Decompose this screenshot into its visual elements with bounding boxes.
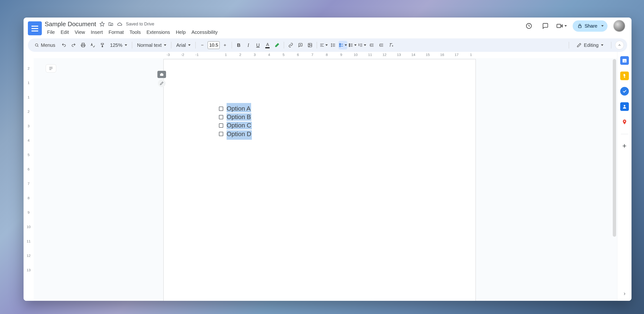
insert-image-button[interactable] <box>306 41 314 49</box>
move-icon[interactable] <box>108 21 114 27</box>
briefcase-icon[interactable] <box>158 71 166 78</box>
checklist-text[interactable]: Option C <box>226 122 252 129</box>
insert-link-button[interactable] <box>286 41 295 49</box>
pen-icon[interactable] <box>158 79 166 87</box>
svg-point-2 <box>35 44 38 46</box>
ruler-tick: 5 <box>28 153 30 167</box>
comments-icon[interactable] <box>540 21 550 31</box>
print-button[interactable] <box>79 41 88 49</box>
collapse-toolbar-button[interactable] <box>615 41 624 49</box>
menu-accessibility[interactable]: Accessibility <box>189 28 220 36</box>
ruler-tick: 2 <box>28 109 30 124</box>
menu-tools[interactable]: Tools <box>127 28 143 36</box>
ruler-tick: 1 <box>225 52 227 57</box>
horizontal-ruler[interactable]: -3 -2 -1 1 2 3 4 5 6 7 8 9 10 11 12 13 1… <box>34 52 617 58</box>
underline-button[interactable]: U <box>254 41 262 49</box>
menu-file[interactable]: File <box>45 28 57 36</box>
search-menus-button[interactable]: Menus <box>31 41 59 49</box>
undo-button[interactable] <box>60 41 68 49</box>
tasks-app-icon[interactable] <box>620 87 629 95</box>
ruler-tick: 4 <box>28 138 30 153</box>
paint-format-button[interactable] <box>98 41 107 49</box>
highlight-color-button[interactable] <box>273 41 282 49</box>
svg-point-9 <box>349 43 350 44</box>
star-icon[interactable] <box>100 21 105 27</box>
title-bar: Sample Document Saved to Drive File Edit… <box>24 17 632 36</box>
spellcheck-button[interactable] <box>88 41 97 49</box>
svg-point-18 <box>624 105 625 107</box>
contacts-app-icon[interactable] <box>620 102 629 111</box>
menu-bar: File Edit View Insert Format Tools Exten… <box>45 28 521 36</box>
checkbox-icon[interactable] <box>219 123 223 128</box>
ruler-tick: 2 <box>239 52 241 57</box>
ruler-tick: 12 <box>382 52 387 57</box>
text-color-button[interactable]: A <box>263 41 272 49</box>
align-button[interactable] <box>319 41 328 49</box>
menu-insert[interactable]: Insert <box>88 28 105 36</box>
editing-mode-button[interactable]: Editing <box>573 40 607 50</box>
add-app-button[interactable]: + <box>622 142 627 150</box>
checklist-text[interactable]: Option A <box>226 103 251 112</box>
ruler-tick: 5 <box>282 52 284 57</box>
decrease-font-size-button[interactable] <box>198 41 207 49</box>
share-button[interactable]: Share <box>573 20 608 32</box>
menu-edit[interactable]: Edit <box>58 28 71 36</box>
increase-font-size-button[interactable] <box>220 41 229 49</box>
decrease-indent-button[interactable] <box>368 41 376 49</box>
checklist-item[interactable]: Option C <box>219 122 252 129</box>
editing-mode-label: Editing <box>584 42 598 48</box>
svg-text:31: 31 <box>624 60 626 62</box>
document-title[interactable]: Sample Document <box>45 20 96 28</box>
app-window: Sample Document Saved to Drive File Edit… <box>24 17 632 301</box>
hide-sidepanel-button[interactable] <box>622 292 627 296</box>
document-content[interactable]: Option A Option B Option C Option D <box>219 105 252 139</box>
history-icon[interactable] <box>524 21 534 31</box>
toolbar: Menus 125% Normal text Arial B I U A 12 <box>28 38 627 52</box>
font-dropdown[interactable]: Arial <box>174 41 193 49</box>
bold-button[interactable]: B <box>234 41 243 49</box>
clear-formatting-button[interactable] <box>387 41 395 49</box>
checklist-item[interactable]: Option A <box>219 105 252 112</box>
ruler-tick: 3 <box>254 52 256 57</box>
menu-format[interactable]: Format <box>106 28 126 36</box>
checkbox-icon[interactable] <box>219 107 223 111</box>
svg-point-11 <box>349 46 350 46</box>
checkbox-icon[interactable] <box>219 115 223 119</box>
checklist-item[interactable]: Option B <box>219 113 252 121</box>
menu-extensions[interactable]: Extensions <box>144 28 172 36</box>
maps-app-icon[interactable] <box>620 118 629 126</box>
zoom-dropdown[interactable]: 125% <box>108 41 130 49</box>
numbered-list-button[interactable]: 12 <box>358 41 366 49</box>
ruler-tick: 8 <box>326 52 328 57</box>
checklist-text[interactable]: Option D <box>226 130 252 140</box>
meet-icon[interactable] <box>556 21 567 31</box>
toolbar-right: Editing <box>567 40 624 50</box>
vertical-scrollbar[interactable] <box>613 59 616 237</box>
line-spacing-button[interactable] <box>329 41 338 49</box>
docs-logo-icon[interactable] <box>28 21 42 35</box>
user-avatar[interactable] <box>613 20 625 32</box>
checklist-button[interactable] <box>338 41 347 49</box>
checklist-item[interactable]: Option D <box>219 130 252 138</box>
font-size-input[interactable] <box>208 41 220 49</box>
side-panel: 31 + <box>617 52 632 301</box>
show-outline-button[interactable] <box>46 64 56 72</box>
redo-button[interactable] <box>69 41 78 49</box>
vertical-ruler[interactable]: 2 1 1 2 3 4 5 6 7 8 9 10 11 12 13 <box>24 52 34 301</box>
menu-help[interactable]: Help <box>174 28 188 36</box>
styles-dropdown[interactable]: Normal text <box>134 41 169 49</box>
checklist-text[interactable]: Option B <box>226 113 251 121</box>
menu-view[interactable]: View <box>72 28 88 36</box>
ruler-tick: 7 <box>312 52 313 57</box>
calendar-app-icon[interactable]: 31 <box>620 56 629 65</box>
ruler-tick: 13 <box>397 52 401 57</box>
cloud-saved-icon[interactable] <box>117 21 122 27</box>
increase-indent-button[interactable] <box>377 41 386 49</box>
italic-button[interactable]: I <box>244 41 252 49</box>
document-scroll-area[interactable]: -3 -2 -1 1 2 3 4 5 6 7 8 9 10 11 12 13 1… <box>34 52 617 301</box>
keep-app-icon[interactable] <box>620 71 629 80</box>
checkbox-icon[interactable] <box>219 132 223 136</box>
bulleted-list-button[interactable] <box>348 41 357 49</box>
document-page[interactable]: Option A Option B Option C Option D <box>164 59 476 301</box>
add-comment-button[interactable] <box>296 41 305 49</box>
